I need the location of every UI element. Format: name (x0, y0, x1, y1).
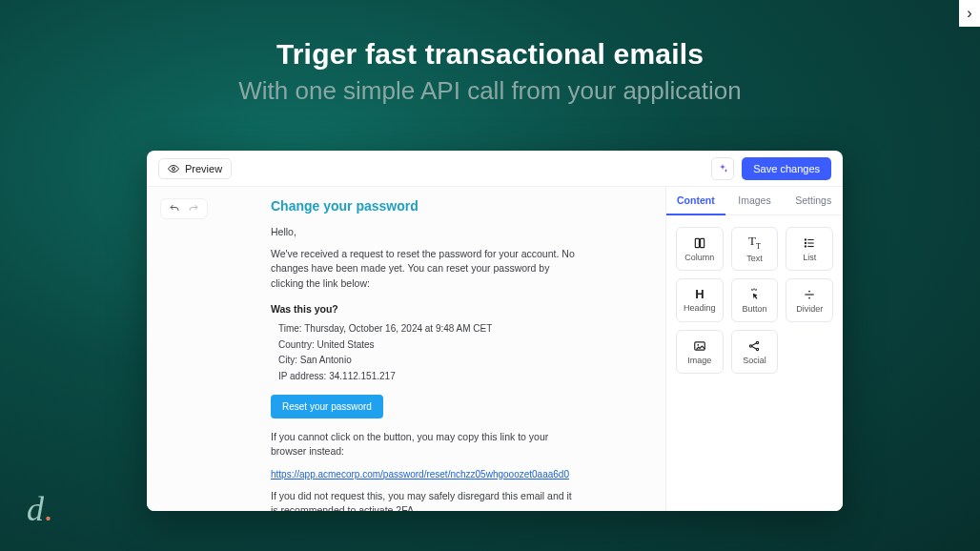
tool-label: List (803, 253, 816, 262)
svg-point-15 (757, 341, 759, 343)
svg-point-6 (805, 238, 806, 239)
meta-city: City: San Antonio (278, 354, 576, 368)
svg-point-16 (757, 348, 759, 350)
tool-list[interactable]: List (786, 227, 833, 271)
tool-label: Image (687, 356, 711, 365)
editor-body: Change your password Hello, We've receiv… (147, 187, 843, 511)
email-subhead: Was this you? (271, 302, 576, 316)
tab-settings[interactable]: Settings (784, 187, 843, 214)
svg-point-7 (805, 242, 806, 243)
text-icon: TT (748, 235, 761, 251)
tab-images[interactable]: Images (725, 187, 785, 214)
topbar-right: Save changes (711, 157, 831, 180)
social-icon (747, 339, 761, 353)
hero-subtitle: With one simple API call from your appli… (0, 76, 980, 106)
save-button[interactable]: Save changes (742, 157, 831, 180)
redo-button[interactable] (188, 203, 199, 214)
svg-line-17 (752, 343, 757, 345)
reset-link[interactable]: https://app.acmecorp.com/password/reset/… (271, 469, 569, 480)
meta-ip: IP address: 34.112.151.217 (278, 370, 576, 384)
preview-label: Preview (185, 163, 222, 174)
email-fallback: If you cannot click on the button, you m… (271, 430, 576, 459)
heading-icon: H (695, 288, 704, 300)
hero: Triger fast transactional emails With on… (0, 0, 980, 106)
tool-label: Text (746, 254, 763, 263)
tools-grid: Column TT Text List H Heading (666, 215, 843, 385)
reset-password-button[interactable]: Reset your password (271, 395, 383, 418)
svg-point-8 (805, 245, 806, 246)
email-heading: Change your password (271, 198, 576, 214)
tool-heading[interactable]: H Heading (676, 278, 724, 322)
svg-point-10 (808, 290, 810, 292)
side-panel: Content Images Settings Column TT Text (665, 187, 843, 511)
editor-card: Preview Save changes Change your passwor… (147, 151, 843, 511)
tool-divider[interactable]: Divider (786, 278, 833, 322)
tool-image[interactable]: Image (676, 330, 724, 374)
brand-logo: d. (27, 492, 52, 526)
tool-label: Button (742, 304, 766, 314)
image-icon (693, 339, 706, 353)
email-preview: Change your password Hello, We've receiv… (271, 198, 576, 511)
tool-label: Social (743, 356, 766, 365)
undo-button[interactable] (169, 203, 180, 214)
tool-button[interactable]: Button (731, 278, 779, 322)
carousel-next-button[interactable]: › (959, 0, 980, 27)
svg-point-11 (808, 296, 810, 298)
tool-text[interactable]: TT Text (731, 227, 779, 271)
svg-point-0 (173, 167, 175, 170)
column-icon (693, 236, 706, 250)
canvas: Change your password Hello, We've receiv… (147, 187, 665, 511)
svg-rect-2 (700, 238, 704, 247)
svg-line-18 (752, 346, 757, 348)
tool-label: Column (684, 253, 714, 262)
tool-social[interactable]: Social (731, 330, 779, 374)
ai-sparkle-button[interactable] (711, 157, 734, 180)
email-meta: Time: Thursday, October 16, 2024 at 9:48… (278, 322, 576, 383)
email-greeting: Hello, (271, 225, 576, 239)
meta-time: Time: Thursday, October 16, 2024 at 9:48… (278, 322, 576, 337)
topbar: Preview Save changes (147, 151, 843, 187)
svg-point-14 (750, 344, 752, 346)
tool-label: Heading (684, 303, 716, 313)
svg-rect-1 (695, 238, 699, 247)
email-disclaimer: If you did not request this, you may saf… (271, 489, 576, 511)
history-toolbar (160, 198, 208, 219)
button-icon (747, 288, 761, 301)
svg-point-13 (697, 343, 699, 345)
preview-button[interactable]: Preview (158, 158, 232, 179)
divider-icon (803, 288, 816, 301)
tool-label: Divider (796, 304, 823, 314)
sparkle-icon (717, 163, 728, 174)
tab-content[interactable]: Content (666, 187, 725, 215)
brand-dot: . (44, 490, 52, 528)
panel-tabs: Content Images Settings (666, 187, 843, 215)
meta-country: Country: United States (278, 338, 576, 353)
undo-icon (169, 203, 180, 214)
tool-column[interactable]: Column (676, 227, 724, 271)
eye-icon (168, 163, 179, 174)
hero-title: Triger fast transactional emails (0, 38, 980, 71)
redo-icon (188, 203, 199, 214)
list-icon (803, 236, 816, 250)
email-intro: We've received a request to reset the pa… (271, 247, 576, 291)
brand-letter: d (27, 490, 44, 528)
chevron-right-icon: › (967, 5, 971, 22)
